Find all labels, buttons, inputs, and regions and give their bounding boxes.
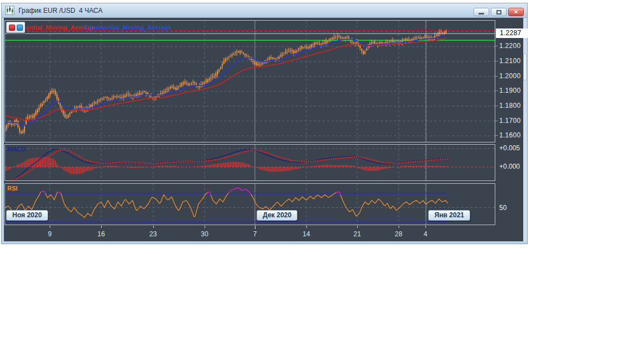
title-bar[interactable]: График EUR /USD 4 ЧАСА ✕ [2,3,527,18]
price-tick [495,61,498,61]
macd-chart[interactable] [5,145,495,180]
candlestick-chart[interactable] [5,21,495,142]
price-tick [495,46,498,46]
time-tick [425,226,426,228]
time-tick [357,226,358,228]
price-axis-label: 1.1900 [499,87,521,94]
minimize-icon [479,13,484,15]
price-axis-label: 1.2000 [499,72,521,80]
time-axis-label: 28 [392,230,405,238]
time-axis-label: 30 [198,230,211,238]
time-tick [205,226,205,228]
time-tick [50,226,50,228]
scrollbar-thumb[interactable] [523,54,527,80]
desktop: График EUR /USD 4 ЧАСА ✕ Exponential_Mov… [0,0,644,362]
month-button-ноя[interactable]: Ноя 2020 [6,210,48,221]
close-button[interactable]: ✕ [508,8,524,16]
macd-axis-label: +0.005 [499,144,520,152]
price-tick [495,90,498,91]
price-panel[interactable]: Exponential_Moving_Average Exponential_M… [4,20,495,142]
price-tick [495,135,498,136]
time-axis[interactable]: 916233071421284 [4,226,524,241]
rsi-panel[interactable]: RSI Ноя 2020Дек 2020Янв 2021 [4,183,495,225]
time-tick [399,226,399,228]
price-tick [495,106,498,106]
time-axis-label: 23 [146,230,160,238]
month-button-дек[interactable]: Дек 2020 [257,210,297,221]
price-tick [495,121,498,121]
time-axis-label: 16 [94,230,108,238]
price-axis-label: 1.1600 [499,131,521,139]
chart-window: График EUR /USD 4 ЧАСА ✕ Exponential_Mov… [1,3,528,244]
time-axis-label: 7 [248,230,262,238]
time-axis-label: 9 [43,230,56,238]
red-indicator-swatch[interactable] [9,25,15,31]
current-price-box: 1.2287 [496,28,528,38]
maximize-button[interactable] [491,8,506,16]
rsi-label: RSI [7,185,17,192]
minimize-button[interactable] [473,8,489,16]
price-axis-label: 1.1700 [499,117,521,125]
close-icon: ✕ [514,9,518,15]
maximize-icon [496,10,501,15]
rsi-chart[interactable] [5,184,495,225]
time-axis-label: 4 [419,230,432,238]
indicator-color-buttons[interactable] [6,22,25,33]
time-tick [255,226,255,229]
macd-axis-label: +0.000 [499,163,520,170]
time-tick [153,226,154,228]
price-tick [495,76,498,77]
price-axis-label: 1.1800 [499,102,521,109]
candlestick-chart-icon [5,6,15,16]
legend-ema-blue: Exponential_Moving_Average [84,24,172,31]
rsi-axis-label: 50 [499,204,506,212]
time-axis-label: 14 [300,230,313,238]
price-axis-label: 1.2200 [499,42,521,50]
window-controls: ✕ [473,8,524,16]
price-axis-label: 1.2100 [499,57,521,65]
macd-panel[interactable]: MACD [4,144,495,181]
chart-client-area: Exponential_Moving_Average Exponential_M… [4,18,524,241]
time-tick [101,226,102,228]
window-title: График EUR /USD 4 ЧАСА [18,7,103,15]
time-axis-label: 21 [351,230,364,238]
blue-indicator-swatch[interactable] [17,25,23,31]
time-tick [306,226,307,228]
macd-label: MACD [7,146,26,153]
vertical-scrollbar[interactable] [523,18,527,241]
month-button-янв[interactable]: Янв 2021 [428,210,470,221]
